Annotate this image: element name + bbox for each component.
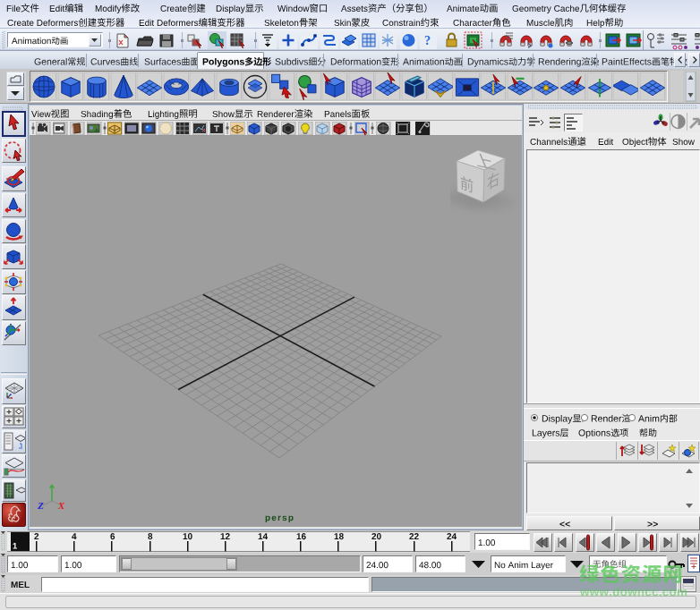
svg-text:Z: Z bbox=[37, 500, 44, 511]
svg-text:?: ? bbox=[424, 34, 431, 47]
svg-text:X: X bbox=[57, 500, 65, 511]
